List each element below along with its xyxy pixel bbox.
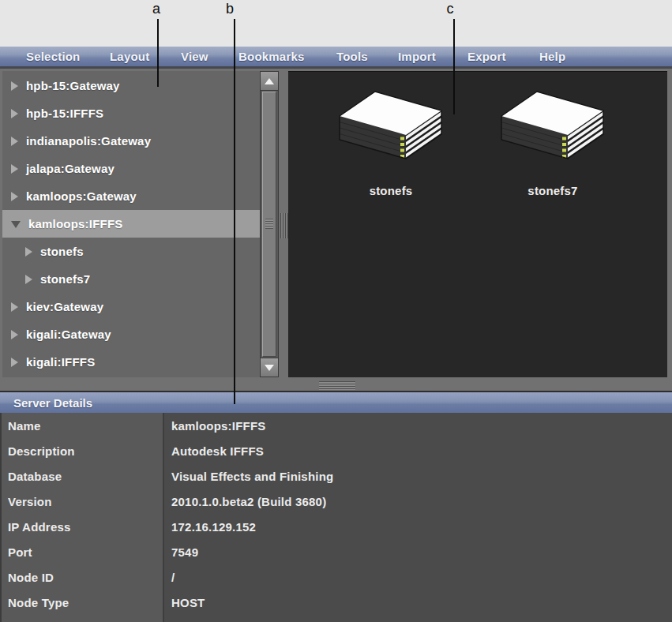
details-field-label: Port <box>2 539 163 564</box>
server-icon-panel: stonefs stonefs7 <box>288 71 667 377</box>
menu-item-bookmarks[interactable]: Bookmarks <box>238 47 305 66</box>
callout-line-b <box>234 19 235 404</box>
scrollbar-track[interactable] <box>261 91 278 358</box>
details-field-label: Name <box>2 413 163 438</box>
server-tile-stonefs[interactable]: stonefs <box>312 89 470 197</box>
details-field-value: Visual Effects and Finishing <box>163 463 672 489</box>
menu-item-help[interactable]: Help <box>539 47 565 66</box>
details-row-database: Database Visual Effects and Finishing <box>2 463 672 489</box>
arrow-up-icon <box>265 78 274 84</box>
expand-arrow-icon[interactable] <box>11 330 18 339</box>
details-field-label: Description <box>2 438 163 463</box>
details-row-port: Port 7549 <box>2 539 672 564</box>
callout-label-b: b <box>224 1 235 17</box>
expand-arrow-icon[interactable] <box>25 247 32 257</box>
tree-item-label: hpb-15:Gateway <box>26 79 120 92</box>
server-name-label: stonefs <box>312 184 470 197</box>
details-field-label: IP Address <box>2 514 163 539</box>
tree-item-indianapolis-gateway[interactable]: indianapolis:Gateway <box>2 127 260 155</box>
details-row-name: Name kamloops:IFFFS <box>2 413 672 438</box>
details-field-label: Version <box>2 489 163 514</box>
tree-item-kamloops-gateway[interactable]: kamloops:Gateway <box>2 182 260 210</box>
server-name-label: stonefs7 <box>474 184 632 197</box>
tree-item-label: kigali:IFFFS <box>26 355 95 369</box>
details-field-value <box>163 615 672 622</box>
expand-arrow-icon[interactable] <box>25 275 32 284</box>
callout-label-c: c <box>445 1 456 17</box>
details-row-ip-address: IP Address 172.16.129.152 <box>2 514 672 539</box>
details-row-version: Version 2010.1.0.beta2 (Build 3680) <box>2 489 672 514</box>
details-row-node-type: Node Type HOST <box>2 590 672 615</box>
expand-arrow-icon[interactable] <box>11 109 18 118</box>
menu-item-label: View <box>181 50 208 63</box>
menu-item-label: Selection <box>26 50 81 63</box>
details-field-value: kamloops:IFFFS <box>163 413 672 438</box>
details-field-value: HOST <box>163 590 672 615</box>
tree-item-stonefs[interactable]: stonefs <box>2 238 260 265</box>
tree-item-stonefs7[interactable]: stonefs7 <box>2 265 260 293</box>
details-field-label: Node ID <box>2 564 163 590</box>
details-row-filler <box>2 615 672 622</box>
expand-arrow-icon[interactable] <box>11 358 18 367</box>
tree-item-label: stonefs <box>40 245 84 258</box>
server-details-title: Server Details <box>13 396 92 410</box>
details-field-label: Node Type <box>2 590 163 615</box>
tree-item-label: indianapolis:Gateway <box>26 134 151 148</box>
collapse-arrow-icon[interactable] <box>11 221 21 228</box>
tree-item-hpb-15-gateway[interactable]: hpb-15:Gateway <box>2 72 260 99</box>
details-field-label: Database <box>2 463 163 489</box>
details-field-value: Autodesk IFFFS <box>163 438 672 463</box>
tree-scrollbar[interactable] <box>260 71 279 377</box>
details-field-value: 2010.1.0.beta2 (Build 3680) <box>163 489 672 514</box>
details-row-description: Description Autodesk IFFFS <box>2 438 672 463</box>
expand-arrow-icon[interactable] <box>11 81 18 91</box>
callout-label-a: a <box>151 1 162 17</box>
tree-item-label: kamloops:IFFFS <box>28 217 122 230</box>
horizontal-splitter-handle[interactable] <box>319 381 355 390</box>
tree-item-label: kigali:Gateway <box>26 328 111 341</box>
arrow-down-icon <box>265 365 274 371</box>
expand-arrow-icon[interactable] <box>11 302 18 312</box>
tree-item-kigali-gateway[interactable]: kigali:Gateway <box>2 320 260 348</box>
tree-item-label: kamloops:Gateway <box>26 189 137 203</box>
menu-item-label: Export <box>467 50 506 63</box>
menu-item-label: Bookmarks <box>238 50 305 63</box>
callout-line-c <box>453 19 455 114</box>
menu-item-export[interactable]: Export <box>467 47 506 66</box>
scrollbar-thumb[interactable] <box>262 92 276 357</box>
server-tile-stonefs7[interactable]: stonefs7 <box>474 89 632 197</box>
server-tree-panel: hpb-15:Gateway hpb-15:IFFFS indianapolis… <box>2 71 260 377</box>
callout-line-a <box>157 19 159 87</box>
server-details-table: Name kamloops:IFFFS Description Autodesk… <box>0 413 672 622</box>
details-field-label <box>2 615 163 622</box>
app-window: abc Selection Layout View Bookmarks Tool… <box>0 0 672 622</box>
expand-arrow-icon[interactable] <box>11 137 18 146</box>
menu-item-tools[interactable]: Tools <box>336 47 368 66</box>
tree-item-label: hpb-15:IFFFS <box>26 107 103 120</box>
menu-item-view[interactable]: View <box>181 47 208 66</box>
disk-array-icon <box>497 89 608 162</box>
details-field-value: 7549 <box>163 539 672 564</box>
details-row-node-id: Node ID / <box>2 564 672 590</box>
menu-item-label: Import <box>398 50 436 63</box>
server-details-header: Server Details <box>0 391 672 413</box>
tree-item-label: jalapa:Gateway <box>26 162 115 175</box>
scroll-up-button[interactable] <box>261 72 278 91</box>
tree-item-kamloops-ifffs[interactable]: kamloops:IFFFS <box>2 210 260 238</box>
menu-bar: Selection Layout View Bookmarks Tools Im… <box>0 47 672 69</box>
expand-arrow-icon[interactable] <box>11 164 18 174</box>
scroll-down-button[interactable] <box>261 358 278 377</box>
tree-item-jalapa-gateway[interactable]: jalapa:Gateway <box>2 155 260 182</box>
menu-item-layout[interactable]: Layout <box>110 47 149 66</box>
tree-item-kigali-ifffs[interactable]: kigali:IFFFS <box>2 348 260 376</box>
expand-arrow-icon[interactable] <box>11 192 18 201</box>
tree-item-hpb-15-ifffs[interactable]: hpb-15:IFFFS <box>2 99 260 127</box>
workspace: hpb-15:Gateway hpb-15:IFFFS indianapolis… <box>0 69 672 622</box>
tree-item-label: kiev:Gateway <box>26 300 103 313</box>
menu-item-import[interactable]: Import <box>398 47 436 66</box>
menu-item-label: Tools <box>336 50 368 63</box>
tree-item-kiev-gateway[interactable]: kiev:Gateway <box>2 293 260 320</box>
menu-item-selection[interactable]: Selection <box>26 47 81 66</box>
disk-array-icon <box>336 89 446 162</box>
tree-item-label: stonefs7 <box>40 272 90 286</box>
